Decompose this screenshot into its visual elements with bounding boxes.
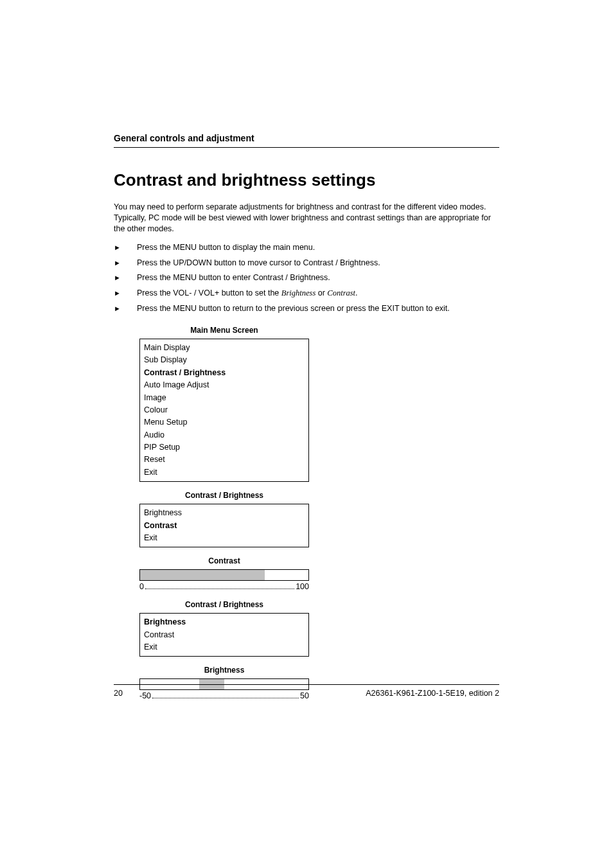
menu-item: Main Display bbox=[144, 342, 305, 354]
menu-item-selected: Contrast / Brightness bbox=[144, 367, 305, 379]
step-item: Press the MENU button to display the mai… bbox=[114, 242, 499, 253]
submenu1-box: Brightness Contrast Exit bbox=[139, 504, 309, 547]
submenu1-title: Contrast / Brightness bbox=[139, 491, 309, 500]
doc-id: A26361-K961-Z100-1-5E19, edition 2 bbox=[366, 689, 499, 698]
menu-item: PIP Setup bbox=[144, 441, 305, 454]
submenu2-box: Brightness Contrast Exit bbox=[139, 613, 309, 657]
main-menu-title: Main Menu Screen bbox=[139, 326, 309, 335]
main-menu-box: Main Display Sub Display Contrast / Brig… bbox=[139, 339, 309, 482]
contrast-slider-title: Contrast bbox=[139, 556, 309, 565]
scale-dots bbox=[152, 698, 299, 698]
step-italic: Contrast bbox=[327, 288, 355, 297]
intro-paragraph: You may need to perform separate adjustm… bbox=[114, 202, 499, 235]
scale-dots bbox=[145, 589, 294, 589]
page-title: Contrast and brightness settings bbox=[114, 170, 499, 190]
menu-item: Auto Image Adjust bbox=[144, 379, 305, 391]
steps-list: Press the MENU button to display the mai… bbox=[114, 242, 499, 314]
step-item: Press the VOL- / VOL+ button to set the … bbox=[114, 288, 499, 299]
step-text: Press the VOL- / VOL+ button to set the bbox=[137, 288, 281, 297]
menu-item: Brightness bbox=[144, 507, 305, 519]
step-item: Press the MENU button to enter Contrast … bbox=[114, 272, 499, 283]
menu-item: Image bbox=[144, 392, 305, 404]
menu-item-selected: Contrast bbox=[144, 520, 305, 532]
contrast-max: 100 bbox=[296, 582, 309, 591]
menu-item: Colour bbox=[144, 404, 305, 416]
menu-item: Exit bbox=[144, 466, 305, 479]
contrast-slider-bar bbox=[139, 569, 309, 581]
main-menu-block: Main Menu Screen Main Display Sub Displa… bbox=[139, 326, 309, 700]
menu-item: Exit bbox=[144, 532, 305, 544]
step-item: Press the UP/DOWN button to move cursor … bbox=[114, 258, 499, 269]
menu-item: Sub Display bbox=[144, 354, 305, 366]
brightness-slider-title: Brightness bbox=[139, 666, 309, 675]
menu-item: Contrast bbox=[144, 629, 305, 641]
step-text: or bbox=[315, 288, 327, 297]
menu-item-selected: Brightness bbox=[144, 616, 305, 628]
submenu2-title: Contrast / Brightness bbox=[139, 600, 309, 609]
menu-item: Audio bbox=[144, 429, 305, 441]
section-header: General controls and adjustment bbox=[114, 133, 499, 148]
page-number: 20 bbox=[114, 689, 123, 698]
step-item: Press the MENU button to return to the p… bbox=[114, 303, 499, 314]
contrast-slider-fill bbox=[140, 570, 265, 580]
menu-item: Menu Setup bbox=[144, 416, 305, 429]
page-footer: 20 A26361-K961-Z100-1-5E19, edition 2 bbox=[114, 684, 499, 698]
step-text: . bbox=[355, 288, 357, 297]
contrast-scale: 0 100 bbox=[139, 582, 309, 591]
menu-item: Exit bbox=[144, 641, 305, 653]
menu-item: Reset bbox=[144, 454, 305, 466]
step-italic: Brightness bbox=[281, 288, 315, 297]
contrast-min: 0 bbox=[139, 582, 144, 591]
